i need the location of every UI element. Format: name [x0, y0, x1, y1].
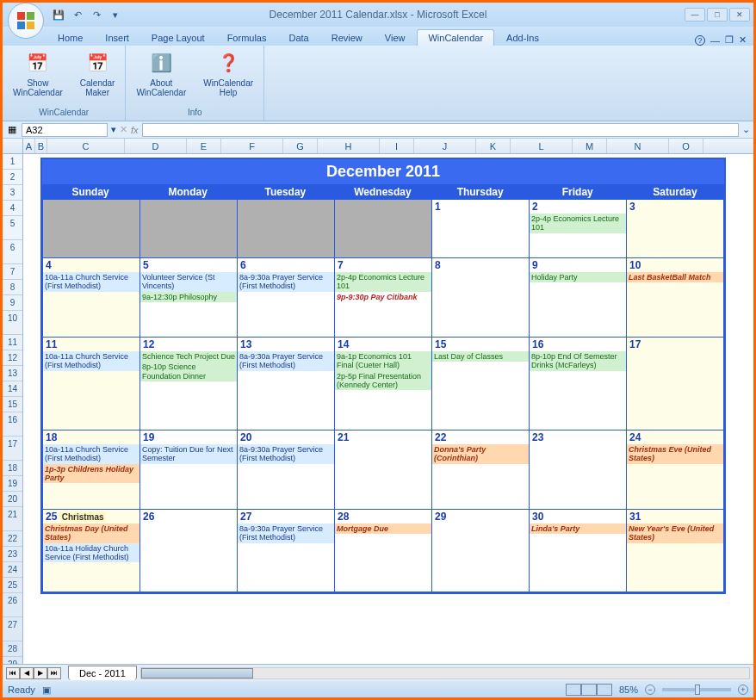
col-header-F[interactable]: F	[221, 139, 283, 153]
qat-dropdown-icon[interactable]: ▾	[108, 7, 123, 22]
calendar-cell[interactable]: 168p-10p End Of Semester Drinks (McFarle…	[530, 338, 627, 431]
row-header-11[interactable]: 11	[3, 335, 22, 350]
calendar-event[interactable]: Volunteer Service (St Vincents)	[140, 272, 237, 292]
calendar-event[interactable]: 9p-9:30p Pay Citibank	[335, 292, 431, 302]
calendar-cell[interactable]	[335, 200, 432, 258]
tab-nav-next[interactable]: ▶	[34, 667, 47, 679]
calendar-event[interactable]: Last BasketBall Match	[627, 272, 723, 282]
zoom-slider[interactable]	[662, 688, 731, 691]
row-header-28[interactable]: 28	[3, 641, 22, 657]
tab-review[interactable]: Review	[321, 30, 373, 46]
row-header-2[interactable]: 2	[3, 170, 22, 185]
row-header-19[interactable]: 19	[3, 476, 22, 492]
row-header-14[interactable]: 14	[3, 381, 22, 397]
calendar-event[interactable]: 1p-3p Childrens Holiday Party	[43, 464, 139, 484]
calendar-cell[interactable]: 149a-1p Economics 101 Final (Cueter Hall…	[335, 338, 432, 431]
calendar-event[interactable]: 2p-4p Economics Lecture 101	[530, 214, 626, 233]
calendar-event[interactable]: 10a-11a Holiday Church Service (First Me…	[43, 543, 139, 563]
row-header-27[interactable]: 27	[3, 617, 22, 641]
cells-area[interactable]: December 2011 SundayMondayTuesdayWednesd…	[23, 154, 753, 664]
tab-data[interactable]: Data	[278, 30, 319, 46]
zoom-out-button[interactable]: −	[645, 685, 655, 695]
col-header-K[interactable]: K	[476, 139, 511, 153]
col-header-J[interactable]: J	[414, 139, 476, 153]
zoom-in-button[interactable]: +	[738, 685, 748, 695]
calendar-cell[interactable]: 19Copy: Tuition Due for Next Semester	[140, 431, 238, 510]
calendar-event[interactable]: Christmas Day (United States)	[43, 523, 139, 543]
calendar-cell[interactable]: 10Last BasketBall Match	[627, 258, 724, 338]
row-header-15[interactable]: 15	[3, 397, 22, 412]
calendar-event[interactable]: 8a-9:30a Prayer Service (First Methodist…	[238, 444, 334, 464]
row-header-13[interactable]: 13	[3, 366, 22, 381]
record-macro-icon[interactable]: ▣	[42, 685, 51, 696]
tab-nav-first[interactable]: ⏮	[6, 667, 20, 679]
calendar-cell[interactable]: 25 Christmas Christmas Day (United State…	[42, 510, 140, 592]
row-header-10[interactable]: 10	[3, 311, 22, 335]
office-button[interactable]	[8, 3, 44, 39]
calendar-cell[interactable]: 5Volunteer Service (St Vincents)9a-12:30…	[140, 258, 238, 338]
calendar-event[interactable]: 9a-12:30p Philosophy	[140, 292, 237, 302]
row-header-8[interactable]: 8	[3, 280, 22, 295]
col-header-N[interactable]: N	[607, 139, 669, 153]
excel-icon[interactable]: ▦	[6, 124, 18, 135]
col-header-G[interactable]: G	[283, 139, 318, 153]
calendar-event[interactable]: Holiday Party	[530, 272, 626, 282]
calendar-cell[interactable]: 31 New Year's Eve (United States)	[627, 510, 724, 592]
row-header-9[interactable]: 9	[3, 295, 22, 311]
calendar-cell[interactable]: 138a-9:30a Prayer Service (First Methodi…	[238, 338, 335, 431]
tab-wincalendar[interactable]: WinCalendar	[417, 29, 494, 46]
calendar-event[interactable]: 8p-10p End Of Semester Drinks (McFarleys…	[530, 351, 626, 371]
calendar-cell[interactable]: 208a-9:30a Prayer Service (First Methodi…	[238, 431, 335, 510]
undo-icon[interactable]: ↶	[70, 7, 85, 22]
row-header-17[interactable]: 17	[3, 437, 22, 461]
calendar-event[interactable]: New Year's Eve (United States)	[627, 523, 723, 543]
calendar-cell[interactable]: 17	[627, 338, 724, 431]
calendar-event[interactable]: 2p-5p Final Presentation (Kennedy Center…	[335, 371, 431, 391]
calendar-event[interactable]: 8a-9:30a Prayer Service (First Methodist…	[238, 272, 334, 292]
page-layout-view-button[interactable]	[581, 684, 597, 696]
col-header-D[interactable]: D	[125, 139, 187, 153]
calendar-cell[interactable]: 29	[432, 510, 530, 592]
calendar-cell[interactable]: 30Linda's Party	[530, 510, 627, 592]
calendar-cell[interactable]: 1810a-11a Church Service (First Methodis…	[42, 431, 140, 510]
sheet-tab[interactable]: Dec - 2011	[68, 666, 137, 680]
fx-icon[interactable]: fx	[131, 125, 139, 135]
row-header-23[interactable]: 23	[3, 547, 22, 562]
row-header-18[interactable]: 18	[3, 461, 22, 476]
formula-bar[interactable]	[142, 123, 739, 137]
ribbon-show-wincalendar[interactable]: 📅ShowWinCalendar	[9, 47, 66, 106]
calendar-cell[interactable]: 3	[627, 200, 724, 258]
ribbon-about-wincalendar[interactable]: ℹ️AboutWinCalendar	[133, 47, 189, 106]
select-all-corner[interactable]	[3, 139, 23, 153]
calendar-event[interactable]: 2p-4p Economics Lecture 101	[335, 272, 431, 292]
ribbon-wincalendar-help[interactable]: ❓WinCalendarHelp	[200, 47, 257, 106]
row-header-26[interactable]: 26	[3, 593, 22, 617]
row-header-1[interactable]: 1	[3, 154, 22, 170]
calendar-event[interactable]: Schience Tech Project Due	[140, 351, 237, 362]
col-header-B[interactable]: B	[35, 139, 47, 153]
row-header-7[interactable]: 7	[3, 264, 22, 280]
row-header-21[interactable]: 21	[3, 507, 22, 531]
calendar-event[interactable]: Copy: Tuition Due for Next Semester	[140, 444, 237, 464]
calendar-cell[interactable]	[238, 200, 335, 258]
calendar-cell[interactable]: 21	[335, 431, 432, 510]
calendar-event[interactable]: 8a-9:30a Prayer Service (First Methodist…	[238, 351, 334, 371]
calendar-event[interactable]: Last Day of Classes	[432, 351, 529, 362]
tab-add-ins[interactable]: Add-Ins	[496, 30, 549, 46]
zoom-level[interactable]: 85%	[619, 685, 638, 695]
col-header-H[interactable]: H	[318, 139, 380, 153]
doc-restore-button[interactable]: ❐	[725, 34, 734, 46]
help-icon[interactable]: ?	[695, 35, 705, 46]
name-box[interactable]	[22, 123, 108, 137]
tab-nav-prev[interactable]: ◀	[20, 667, 34, 679]
doc-minimize-button[interactable]: —	[710, 35, 720, 46]
row-header-3[interactable]: 3	[3, 185, 22, 201]
row-header-16[interactable]: 16	[3, 412, 22, 437]
row-header-20[interactable]: 20	[3, 492, 22, 507]
calendar-cell[interactable]: 28Mortgage Due	[335, 510, 432, 592]
calendar-cell[interactable]: 24 Christmas Eve (United States)	[627, 431, 724, 510]
maximize-button[interactable]: □	[707, 8, 728, 22]
tab-page-layout[interactable]: Page Layout	[141, 30, 215, 46]
tab-home[interactable]: Home	[47, 30, 93, 46]
col-header-A[interactable]: A	[23, 139, 35, 153]
